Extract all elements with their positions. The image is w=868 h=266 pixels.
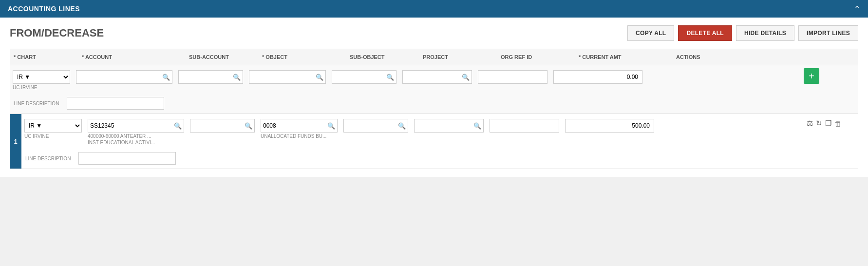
row-1-refresh-icon[interactable]: ↻ [816,119,822,128]
column-headers: * CHART * ACCOUNT SUB-ACCOUNT * OBJECT S… [10,49,858,65]
row-1-action-icons: ⚖ ↻ ❐ 🗑 [804,117,854,130]
row-1-chart-select-wrap[interactable]: IR ▼ [24,119,82,133]
row-1-account-input-wrap[interactable]: 🔍 [88,119,184,133]
row-1-current-amt-input[interactable] [565,119,654,133]
col-actions: ACTIONS [672,52,731,62]
row-1-content: IR ▼ UC IRVINE 🔍 400000-60000 ANTEATE [21,114,800,169]
main-content: FROM/DECREASE COPY ALL DELETE ALL HIDE D… [0,18,868,177]
col-project: PROJECT [419,52,497,62]
row-1-actions: ⚖ ↻ ❐ 🗑 [800,114,858,169]
action-buttons: COPY ALL DELETE ALL HIDE DETAILS IMPORT … [627,25,858,41]
sub-account-input[interactable] [181,74,233,80]
line-desc-input[interactable] [67,97,164,110]
new-row-actions: + [800,65,858,114]
row-1-sub-account-cell: 🔍 [187,117,258,134]
import-lines-button[interactable]: IMPORT LINES [798,25,858,41]
new-row-sub-object-cell: 🔍 [329,68,399,86]
row-1-account-cell: 🔍 400000-60000 ANTEATER ... INST-EDUCATI… [85,117,187,147]
data-row-1: 1 IR ▼ UC IRVINE [10,114,858,169]
row-1-sub-object-search-icon[interactable]: 🔍 [398,122,406,130]
row-1-org-ref-id-cell [487,117,562,134]
row-1-balance-icon[interactable]: ⚖ [807,119,813,128]
row-1-object-sub: UNALLOCATED FUNDS BU... [261,133,338,139]
hide-details-button[interactable]: HIDE DETAILS [736,25,794,41]
project-input[interactable] [405,74,462,80]
panel-title: ACCOUNTING LINES [8,5,80,13]
row-1-project-search-icon[interactable]: 🔍 [473,122,481,130]
row-1-fields: IR ▼ UC IRVINE 🔍 400000-60000 ANTEATE [21,114,800,150]
row-1-object-input-wrap[interactable]: 🔍 [261,119,338,133]
row-1-org-ref-id-input[interactable] [490,119,559,133]
line-desc-label: LINE DESCRIPTION [14,101,59,106]
col-account: * ACCOUNT [78,52,185,62]
row-1-line-desc-input[interactable] [78,152,176,165]
sub-account-input-wrap[interactable]: 🔍 [178,70,243,84]
row-1-line-desc-label: LINE DESCRIPTION [25,156,71,161]
row-1-project-input[interactable] [416,122,473,129]
account-input[interactable] [78,74,162,80]
new-row-account-cell: 🔍 [73,68,175,86]
row-1-copy-icon[interactable]: ❐ [825,119,831,128]
row-1-object-input[interactable] [263,122,327,129]
row-1-sub-object-input-wrap[interactable]: 🔍 [343,119,408,133]
row-1-account-sub1: 400000-60000 ANTEATER ... [88,133,184,139]
object-input[interactable] [251,74,316,80]
row-1-sub-account-input[interactable] [192,122,245,129]
sub-object-input[interactable] [334,74,386,80]
project-search-icon[interactable]: 🔍 [462,74,470,81]
delete-all-button[interactable]: DELETE ALL [678,25,732,41]
row-1-account-input[interactable] [90,122,174,129]
col-sub-object: SUB-OBJECT [346,52,419,62]
col-chart: * CHART [10,52,78,62]
row-1-delete-icon[interactable]: 🗑 [834,119,842,128]
new-row-current-amt-cell [550,68,645,86]
sub-object-input-wrap[interactable]: 🔍 [332,70,396,84]
chart-label: UC IRVINE [13,85,70,90]
add-row-button[interactable]: + [804,68,819,84]
new-row-line-desc-section: LINE DESCRIPTION [10,95,800,114]
row-1-chart-label: UC IRVINE [24,133,82,139]
row-1-object-cell: 🔍 UNALLOCATED FUNDS BU... [258,117,340,141]
object-search-icon[interactable]: 🔍 [316,74,323,81]
row-1-account-sub2: INST-EDUCATIONAL ACTIVI... [88,140,184,145]
row-number-1: 1 [10,114,21,169]
row-1-account-search-icon[interactable]: 🔍 [174,122,182,130]
row-1-line-desc-section: LINE DESCRIPTION [21,150,800,169]
col-object: * OBJECT [258,52,346,62]
org-ref-id-input[interactable] [478,70,547,84]
row-1-object-search-icon[interactable]: 🔍 [327,122,335,130]
row-1-sub-object-input[interactable] [346,122,398,129]
row-1-project-cell: 🔍 [411,117,487,134]
row-1-sub-account-search-icon[interactable]: 🔍 [245,122,252,130]
new-row-chart-cell: IR ▼ UC IRVINE [10,68,73,92]
current-amt-input[interactable] [553,70,642,84]
object-input-wrap[interactable]: 🔍 [249,70,326,84]
row-1-sub-object-cell: 🔍 [340,117,411,134]
row-1-chart-cell: IR ▼ UC IRVINE [21,117,85,141]
chart-select-wrap[interactable]: IR ▼ [13,70,70,84]
new-row-object-cell: 🔍 [246,68,329,86]
row-1-project-input-wrap[interactable]: 🔍 [414,119,484,133]
chart-select[interactable]: IR ▼ [13,71,70,83]
accounting-lines-panel: ACCOUNTING LINES ⌃ FROM/DECREASE COPY AL… [0,0,868,177]
new-row-org-ref-id-cell [475,68,550,86]
col-org-ref-id: ORG REF ID [497,52,575,62]
copy-all-button[interactable]: COPY ALL [627,25,674,41]
sub-account-search-icon[interactable]: 🔍 [233,74,241,81]
new-row-sub-account-cell: 🔍 [175,68,246,86]
account-search-icon[interactable]: 🔍 [162,74,170,81]
section-title: FROM/DECREASE [10,27,104,39]
new-row-project-cell: 🔍 [399,68,475,86]
row-1-sub-account-input-wrap[interactable]: 🔍 [190,119,255,133]
section-header: FROM/DECREASE COPY ALL DELETE ALL HIDE D… [10,25,858,41]
row-1-current-amt-cell [562,117,657,134]
account-input-wrap[interactable]: 🔍 [76,70,172,84]
sub-object-search-icon[interactable]: 🔍 [386,74,394,81]
new-row-fields: IR ▼ UC IRVINE 🔍 [10,65,800,95]
new-row: IR ▼ UC IRVINE 🔍 [10,65,858,114]
row-1-chart-select[interactable]: IR ▼ [25,119,81,132]
project-input-wrap[interactable]: 🔍 [402,70,472,84]
col-current-amt: * CURRENT AMT [575,52,672,62]
collapse-icon[interactable]: ⌃ [854,4,860,14]
col-sub-account: SUB-ACCOUNT [185,52,258,62]
